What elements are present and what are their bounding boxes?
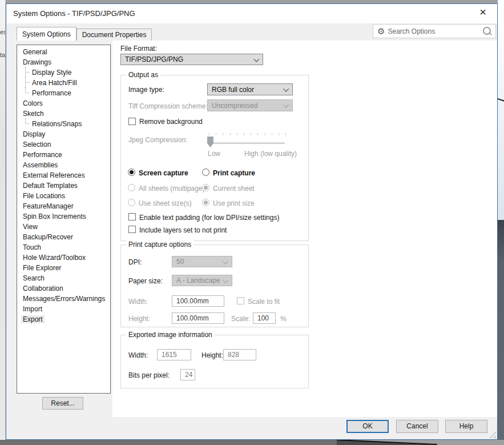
close-icon[interactable]: ×	[471, 4, 495, 21]
search-icon[interactable]	[482, 26, 492, 37]
sidebar-item-colors[interactable]: Colors	[17, 98, 110, 109]
sidebar-item-drawings-performance[interactable]: Performance	[17, 88, 110, 98]
all-sheets-radio	[128, 184, 135, 191]
all-sheets-label: All sheets (multipage)	[139, 185, 204, 193]
slider-ticks	[209, 133, 286, 135]
use-print-size-label: Use print size	[213, 199, 255, 207]
sidebar-item-touch[interactable]: Touch	[17, 242, 110, 252]
exported-width-value: 1615	[157, 349, 191, 360]
background-viewport-right	[498, 0, 504, 440]
sidebar-item-display[interactable]: Display	[17, 129, 110, 139]
use-sheet-size-label: Use sheet size(s)	[139, 199, 192, 207]
exported-width-label: Width:	[128, 351, 148, 359]
scale-to-fit-label: Scale to fit	[248, 298, 280, 306]
tree-connector	[22, 119, 30, 129]
dpi-label: DPI:	[128, 258, 142, 266]
chevron-down-icon	[223, 278, 228, 283]
tree-connector	[22, 67, 30, 78]
sidebar-item-default-templates[interactable]: Default Templates	[17, 181, 110, 191]
tiff-compression-label: Tiff Compression scheme:	[128, 102, 208, 110]
paper-size-label: Paper size:	[128, 277, 163, 285]
sidebar-item-relations-snaps[interactable]: Relations/Snaps	[17, 119, 110, 129]
use-print-size-radio	[202, 199, 209, 206]
help-button[interactable]: Help	[445, 420, 487, 433]
include-layers-checkbox[interactable]	[128, 226, 136, 233]
current-sheet-radio	[202, 184, 209, 191]
file-format-select[interactable]: TIF/PSD/JPG/PNG	[120, 54, 263, 65]
background-text-fragment: es	[0, 29, 6, 35]
sidebar-item-sketch[interactable]: Sketch	[17, 109, 110, 119]
gear-icon[interactable]: ⚙	[377, 27, 385, 35]
file-format-label: File Format:	[120, 45, 157, 53]
screen-capture-radio[interactable]	[128, 169, 135, 176]
sidebar-item-performance[interactable]: Performance	[17, 150, 110, 160]
slider-low-label: Low	[208, 150, 220, 158]
tabbar: System Options Document Properties	[17, 27, 152, 41]
tab-document-properties[interactable]: Document Properties	[76, 29, 152, 41]
sidebar-item-backup-recover[interactable]: Backup/Recover	[17, 232, 110, 242]
print-height-input: 100.00mm	[172, 312, 224, 324]
sidebar-item-hole-wizard-toolbox[interactable]: Hole Wizard/Toolbox	[17, 252, 110, 263]
remove-background-checkbox[interactable]	[128, 118, 136, 125]
sidebar-item-general[interactable]: General	[17, 47, 110, 57]
sidebar-item-featuremanager[interactable]: FeatureManager	[17, 201, 110, 211]
sidebar-item-search[interactable]: Search	[17, 273, 110, 283]
background-text-fragment: ta	[0, 51, 5, 58]
scale-to-fit-checkbox	[237, 297, 244, 304]
sidebar-item-selection[interactable]: Selection	[17, 139, 110, 150]
scale-label: Scale:	[231, 315, 250, 323]
print-capture-options-title: Print capture options	[126, 240, 193, 248]
tab-system-options[interactable]: System Options	[17, 27, 76, 41]
exported-height-value: 828	[223, 349, 256, 360]
titlebar[interactable]: System Options - TIF/PSD/JPG/PNG ×	[6, 4, 497, 23]
sidebar-item-export[interactable]: Export	[17, 314, 110, 324]
current-sheet-label: Current sheet	[213, 185, 255, 193]
cancel-button[interactable]: Cancel	[396, 420, 438, 433]
system-options-dialog: System Options - TIF/PSD/JPG/PNG × Syste…	[6, 3, 498, 440]
options-tree: General Drawings Display Style Area Hatc…	[17, 45, 111, 394]
sidebar-item-collaboration[interactable]: Collaboration	[17, 283, 110, 294]
sidebar-item-file-explorer[interactable]: File Explorer	[17, 263, 110, 273]
print-capture-radio[interactable]	[202, 169, 209, 176]
exported-image-info-group: Exported image information	[120, 335, 309, 388]
chevron-down-icon	[283, 86, 289, 92]
ok-button[interactable]: OK	[346, 420, 389, 433]
scale-unit-label: %	[280, 315, 287, 323]
chevron-down-icon	[223, 259, 228, 264]
sidebar-item-display-style[interactable]: Display Style	[17, 67, 110, 78]
search-input[interactable]: ⚙ Search Options	[373, 24, 496, 38]
bits-per-pixel-value: 24	[180, 369, 195, 380]
sidebar-item-drawings[interactable]: Drawings	[17, 57, 110, 67]
background-window-fragment-left: es ta	[0, 0, 6, 440]
scale-input: 100	[253, 312, 276, 324]
tree-connector	[22, 78, 30, 88]
sidebar-item-area-hatch-fill[interactable]: Area Hatch/Fill	[17, 78, 110, 88]
viewport-sky	[498, 0, 504, 220]
exported-image-info-title: Exported image information	[126, 331, 215, 339]
image-type-select[interactable]: RGB full color	[207, 83, 293, 95]
text-padding-checkbox[interactable]	[128, 213, 136, 221]
image-type-label: Image type:	[128, 86, 164, 94]
resize-grip[interactable]	[489, 431, 496, 438]
print-width-input: 100.00mm	[172, 295, 224, 307]
reset-button[interactable]: Reset...	[42, 397, 83, 410]
screen-capture-label: Screen capture	[139, 169, 188, 177]
sidebar-item-spin-box-increments[interactable]: Spin Box Increments	[17, 211, 110, 222]
jpeg-compression-label: Jpeg Compression:	[128, 136, 187, 144]
jpeg-compression-slider	[207, 142, 285, 144]
sidebar-item-file-locations[interactable]: File Locations	[17, 191, 110, 201]
sidebar-item-assemblies[interactable]: Assemblies	[17, 160, 110, 170]
remove-background-label: Remove background	[139, 118, 203, 126]
print-height-label: Height:	[128, 315, 150, 323]
text-padding-label: Enable text padding (for low DPI/size se…	[139, 214, 279, 222]
sidebar-item-external-references[interactable]: External References	[17, 170, 110, 181]
slider-high-label: High (low quality)	[244, 150, 297, 158]
include-layers-label: Include layers set to not print	[139, 226, 227, 234]
sidebar-item-messages-errors-warnings[interactable]: Messages/Errors/Warnings	[17, 294, 110, 304]
sidebar-item-view[interactable]: View	[17, 222, 110, 232]
background-viewport-bottom	[0, 440, 504, 445]
sidebar-item-import[interactable]: Import	[17, 304, 110, 314]
bits-per-pixel-label: Bits per pixel:	[128, 371, 170, 379]
tiff-compression-select: Uncompressed	[207, 99, 293, 111]
model-surface	[498, 220, 504, 440]
